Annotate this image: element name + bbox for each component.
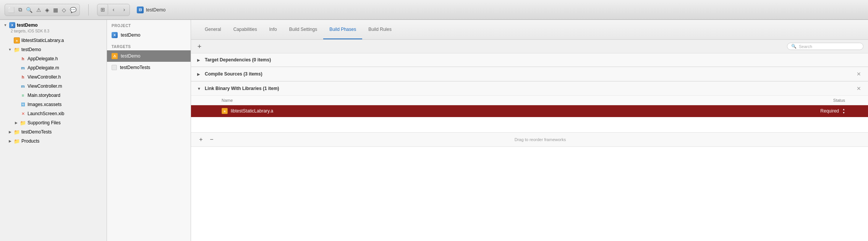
file-label-appdelegate-m: AppDelegate.m [28,65,59,71]
file-item-testdemotests[interactable]: ▶ 📁 testDemoTests [0,127,107,137]
file-item-appdelegate-m[interactable]: m AppDelegate.m [0,63,107,72]
panel-target-testdemotests[interactable]: testDemoTests [107,62,191,73]
project-section-header: PROJECT [107,20,191,29]
lib-add-button[interactable]: + [197,136,205,143]
root-project-subtitle: 2 targets, iOS SDK 8.3 [11,29,49,33]
target-dep-disclosure: ▶ [197,58,202,62]
blank-d2 [14,66,18,70]
testdemotests-folder-icon: 📁 [14,129,20,135]
lib-table-row[interactable]: a libtestStaticLabrary.a Required ▲ ▼ [191,105,868,117]
file-item-launchscreen-xib[interactable]: ✕ LaunchScreen.xib [0,109,107,118]
search-toolbar-icon[interactable]: 🔍 [26,7,32,13]
main-toolbar: ⬜ ⧉ 🔍 ⚠ ◈ ▦ ◇ 💬 ⊞ ‹ › ⊟ testDemo [0,0,868,20]
navigator-icon[interactable]: ⬜ [8,7,15,13]
lib-row-icon: a [222,108,228,114]
panel-project-label: testDemo [121,32,140,38]
lib-empty-space [191,117,868,132]
breakpoint-icon[interactable]: ◈ [45,7,49,13]
targets-section-header: TARGETS [107,41,191,50]
tab-capabilities[interactable]: Capabilities [227,20,263,39]
target-test-icon [112,65,117,70]
phase-link-binary-header[interactable]: ▼ Link Binary With Libraries (1 item) ✕ [191,82,868,96]
testdemotests-disclosure: ▶ [8,130,12,134]
blank-d7 [14,111,18,116]
stepper-up[interactable]: ▲ [840,108,845,111]
link-binary-title: Link Binary With Libraries (1 item) [205,86,279,91]
root-disclosure: ▼ [3,23,8,27]
scheme-nav[interactable]: ⊞ [97,4,108,15]
file-item-appdelegate-h[interactable]: h AppDelegate.h [0,54,107,63]
tag-icon[interactable]: ◇ [62,7,66,13]
warning-toolbar-icon[interactable]: ⚠ [36,7,41,13]
hierarchy-icon[interactable]: ⧉ [18,6,22,13]
file-item-testdemo-folder[interactable]: ▼ 📁 testDemo [0,45,107,54]
phase-target-dependencies: ▶ Target Dependencies (0 items) [191,53,868,67]
chat-icon[interactable]: 💬 [70,7,76,13]
file-label-viewcontroller-m: ViewController.m [28,84,62,89]
supporting-disclosure: ▶ [14,120,18,125]
root-project-name: testDemo [17,22,38,28]
back-button[interactable]: ‹ [108,4,119,15]
root-project-icon: X [9,22,15,28]
phase-compile-sources: ▶ Compile Sources (3 items) ✕ [191,67,868,82]
file-item-supporting-files[interactable]: ▶ 📁 Supporting Files [0,118,107,127]
editor-tab-bar: General Capabilities Info Build Settings… [191,20,868,40]
grid-icon[interactable]: ▦ [53,7,58,13]
file-item-images-xcassets[interactable]: 🖼 Images.xcassets [0,100,107,109]
tab-build-phases[interactable]: Build Phases [323,20,362,39]
m-file-icon-1: m [20,65,26,71]
lib-table: Name Status a libtestStaticLabrary.a Req… [191,96,868,117]
phase-target-dependencies-header[interactable]: ▶ Target Dependencies (0 items) [191,53,868,67]
root-project-item[interactable]: ▼ X testDemo 2 targets, iOS SDK 8.3 [0,20,107,36]
file-item-libtest[interactable]: a libtestStaticLabrary.a [0,36,107,45]
file-item-viewcontroller-m[interactable]: m ViewController.m [0,82,107,91]
target-dep-title: Target Dependencies (0 items) [205,57,271,63]
blank-d1 [14,56,18,61]
status-stepper[interactable]: ▲ ▼ [840,108,845,114]
lib-drag-label: Drag to reorder frameworks [219,137,862,142]
main-editor: General Capabilities Info Build Settings… [191,20,868,241]
file-item-products[interactable]: ▶ 📁 Products [0,137,107,146]
lib-row-name: libtestStaticLabrary.a [231,108,799,114]
target-warning-icon: ⚠ [112,53,118,59]
breadcrumb-title: testDemo [146,7,165,13]
file-navigator: ▼ X testDemo 2 targets, iOS SDK 8.3 a li… [0,20,107,241]
xcassets-file-icon: 🖼 [20,101,26,108]
products-disclosure: ▶ [8,139,12,143]
file-item-main-storyboard[interactable]: ≡ Main.storyboard [0,91,107,100]
storyboard-file-icon: ≡ [20,92,26,98]
link-binary-close-btn[interactable]: ✕ [856,85,862,92]
tab-build-rules[interactable]: Build Rules [362,20,398,39]
search-input[interactable] [799,44,859,49]
tab-info[interactable]: Info [263,20,283,39]
phase-compile-sources-header[interactable]: ▶ Compile Sources (3 items) ✕ [191,67,868,81]
project-targets-panel: PROJECT X testDemo TARGETS ⚠ testDemo te… [107,20,191,241]
phase-bottom-bar: + − Drag to reorder frameworks [191,132,868,146]
file-label-viewcontroller-h: ViewController.h [28,74,61,80]
file-label-testdemotests: testDemoTests [21,129,52,135]
lib-remove-button[interactable]: − [208,136,215,143]
compile-sources-close-btn[interactable]: ✕ [856,71,862,77]
tab-build-settings[interactable]: Build Settings [283,20,323,39]
search-box-icon: 🔍 [791,44,797,49]
panel-project-item[interactable]: X testDemo [107,29,191,41]
stepper-down[interactable]: ▼ [840,111,845,114]
h-file-icon-2: h [20,74,26,80]
blank-disclosure [8,38,12,43]
panel-target-testdemo[interactable]: ⚠ testDemo [107,50,191,62]
lib-row-status: Required ▲ ▼ [799,108,845,114]
tab-general[interactable]: General [199,20,227,39]
blank-d3 [14,75,18,79]
main-content: ▼ X testDemo 2 targets, iOS SDK 8.3 a li… [0,20,868,241]
file-item-viewcontroller-h[interactable]: h ViewController.h [0,72,107,82]
file-label-testdemo-folder: testDemo [21,47,41,52]
forward-button[interactable]: › [119,4,130,15]
testdemo-folder-icon: 📁 [14,47,20,53]
m-file-icon-2: m [20,83,26,89]
toolbar-divider-1 [88,4,89,16]
col-name-header: Name [222,98,799,103]
compile-sources-disclosure: ▶ [197,72,202,76]
xib-file-icon: ✕ [20,111,26,117]
editor-toolbar: + 🔍 [191,40,868,53]
add-phase-button[interactable]: + [196,43,203,50]
